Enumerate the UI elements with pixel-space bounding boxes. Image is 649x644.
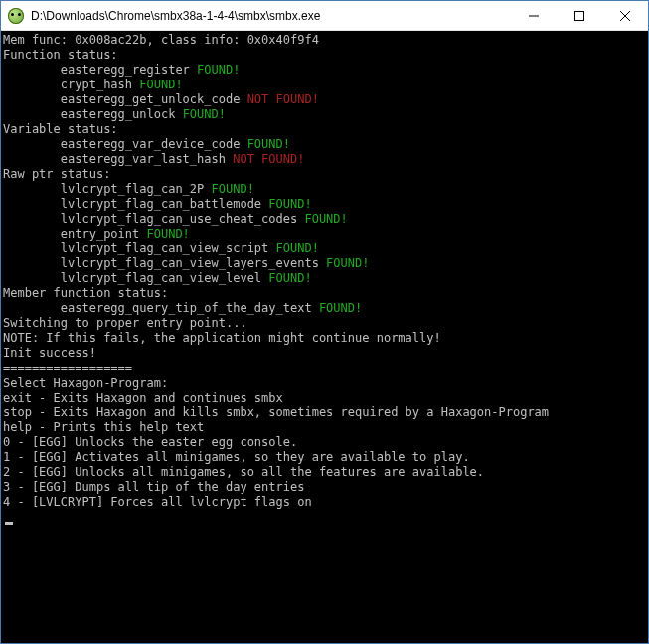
close-icon bbox=[620, 11, 630, 21]
console-line: Function status: bbox=[1, 48, 648, 63]
console-line: Mem func: 0x008ac22b, class info: 0x0x40… bbox=[1, 33, 648, 48]
console-line: easteregg_var_device_code FOUND! bbox=[1, 137, 648, 152]
cursor bbox=[5, 522, 13, 525]
console-line: 0 - [EGG] Unlocks the easter egg console… bbox=[1, 435, 648, 450]
prompt-line[interactable] bbox=[1, 510, 648, 525]
console-line: Select Haxagon-Program: bbox=[1, 376, 648, 391]
minimize-button[interactable] bbox=[511, 1, 557, 30]
app-window: D:\Downloads\Chrome\smbx38a-1-4-4\smbx\s… bbox=[0, 0, 649, 644]
console-line: stop - Exits Haxagon and kills smbx, som… bbox=[1, 405, 648, 420]
console-line: Switching to proper entry point... bbox=[1, 316, 648, 331]
status-text: FOUND! bbox=[268, 271, 311, 285]
status-text: NOT FOUND! bbox=[233, 152, 304, 166]
status-text: FOUND! bbox=[276, 242, 319, 255]
console-line: entry_point FOUND! bbox=[1, 227, 648, 242]
console-line: Variable status: bbox=[1, 122, 648, 137]
console-line: Init success! bbox=[1, 346, 648, 361]
console-line: Member function status: bbox=[1, 286, 648, 301]
svg-rect-1 bbox=[575, 11, 584, 20]
console-line: easteregg_unlock FOUND! bbox=[1, 107, 648, 122]
console-line: exit - Exits Haxagon and continues smbx bbox=[1, 391, 648, 405]
status-text: FOUND! bbox=[197, 63, 240, 77]
console-line: lvlcrypt_flag_can_view_level FOUND! bbox=[1, 271, 648, 286]
console-line: lvlcrypt_flag_can_view_script FOUND! bbox=[1, 242, 648, 256]
status-text: FOUND! bbox=[304, 212, 347, 226]
console-output[interactable]: Mem func: 0x008ac22b, class info: 0x0x40… bbox=[1, 31, 648, 643]
window-controls bbox=[511, 1, 648, 30]
status-text: NOT FOUND! bbox=[247, 92, 319, 106]
console-line: crypt_hash FOUND! bbox=[1, 78, 648, 92]
console-line: lvlcrypt_flag_can_2P FOUND! bbox=[1, 182, 648, 197]
status-text: FOUND! bbox=[212, 182, 254, 196]
status-text: FOUND! bbox=[319, 301, 362, 315]
console-line: lvlcrypt_flag_can_view_layers_events FOU… bbox=[1, 256, 648, 271]
close-button[interactable] bbox=[602, 1, 648, 30]
console-line: easteregg_register FOUND! bbox=[1, 63, 648, 78]
console-line: lvlcrypt_flag_can_use_cheat_codes FOUND! bbox=[1, 212, 648, 227]
console-line: easteregg_get_unlock_code NOT FOUND! bbox=[1, 92, 648, 107]
console-line: 4 - [LVLCRYPT] Forces all lvlcrypt flags… bbox=[1, 495, 648, 510]
status-text: FOUND! bbox=[326, 256, 369, 270]
console-line: 2 - [EGG] Unlocks all minigames, so all … bbox=[1, 465, 648, 480]
status-text: FOUND! bbox=[247, 137, 290, 151]
console-line: easteregg_query_tip_of_the_day_text FOUN… bbox=[1, 301, 648, 316]
console-line: ================== bbox=[1, 361, 648, 376]
minimize-icon bbox=[529, 11, 539, 21]
maximize-button[interactable] bbox=[557, 1, 602, 30]
console-line: Raw ptr status: bbox=[1, 167, 648, 182]
console-line: lvlcrypt_flag_can_battlemode FOUND! bbox=[1, 197, 648, 212]
app-icon-slot bbox=[1, 8, 31, 24]
maximize-icon bbox=[574, 11, 584, 21]
status-text: FOUND! bbox=[268, 197, 311, 211]
status-text: FOUND! bbox=[147, 227, 190, 241]
status-text: FOUND! bbox=[183, 107, 226, 121]
status-text: FOUND! bbox=[139, 78, 182, 91]
window-title: D:\Downloads\Chrome\smbx38a-1-4-4\smbx\s… bbox=[31, 9, 511, 23]
titlebar[interactable]: D:\Downloads\Chrome\smbx38a-1-4-4\smbx\s… bbox=[1, 1, 648, 31]
console-line: 3 - [EGG] Dumps all tip of the day entri… bbox=[1, 480, 648, 495]
console-line: easteregg_var_last_hash NOT FOUND! bbox=[1, 152, 648, 167]
app-icon bbox=[8, 8, 24, 24]
console-line: help - Prints this help text bbox=[1, 420, 648, 435]
console-line: 1 - [EGG] Activates all minigames, so th… bbox=[1, 450, 648, 465]
console-line: NOTE: If this fails, the application mig… bbox=[1, 331, 648, 346]
